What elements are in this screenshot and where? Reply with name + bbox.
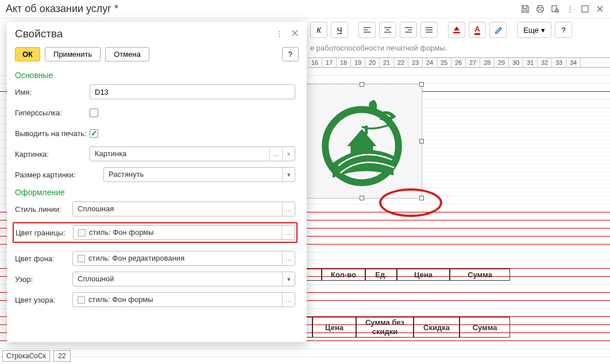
- ellipsis-icon[interactable]: …: [282, 202, 295, 216]
- print-checkbox[interactable]: [90, 129, 98, 138]
- clear-format-button[interactable]: [489, 22, 507, 38]
- ruler-col[interactable]: 18: [337, 58, 351, 67]
- ruler-col[interactable]: 23: [408, 58, 423, 67]
- more-button[interactable]: Еще▾: [517, 22, 551, 38]
- font-color-button[interactable]: А: [469, 22, 486, 38]
- pattern-combo[interactable]: Сплошной ▾: [72, 272, 295, 286]
- ruler-col[interactable]: 34: [566, 58, 581, 67]
- svg-rect-3: [581, 6, 588, 12]
- color-swatch-icon: [78, 255, 85, 262]
- ruler-col[interactable]: 21: [380, 58, 394, 67]
- ruler-col[interactable]: 28: [480, 58, 495, 67]
- chevron-down-icon[interactable]: ▾: [282, 272, 295, 286]
- ruler-col[interactable]: 33: [552, 58, 566, 67]
- ruler-col[interactable]: 16: [308, 58, 322, 67]
- picture-combo[interactable]: Картинка … ×: [90, 146, 295, 161]
- bordercolor-combo[interactable]: стиль: Фон формы …: [73, 225, 295, 240]
- name-label: Имя:: [15, 88, 90, 96]
- print-icon[interactable]: [535, 5, 545, 14]
- color-swatch-icon: [78, 229, 86, 237]
- name-input[interactable]: [90, 84, 295, 99]
- ruler-col[interactable]: 25: [437, 58, 451, 67]
- align-center-button[interactable]: [379, 22, 396, 38]
- hyperlink-label: Гиперссылка:: [15, 109, 90, 117]
- th2-sum: Сумма: [460, 317, 510, 338]
- svg-line-2: [558, 11, 559, 13]
- linestyle-value: Сплошная: [73, 202, 282, 216]
- svg-marker-8: [348, 129, 377, 154]
- chevron-down-icon[interactable]: ▾: [282, 168, 295, 181]
- row-label: СтрокаСоСк: [2, 350, 50, 362]
- ruler-col[interactable]: 30: [509, 58, 523, 67]
- ruler-col[interactable]: 29: [495, 58, 509, 67]
- bordercolor-value: стиль: Фон формы: [74, 226, 281, 239]
- ruler-col[interactable]: 31: [523, 58, 538, 67]
- ruler-col[interactable]: 19: [351, 58, 365, 67]
- help-button[interactable]: ?: [555, 22, 572, 38]
- dialog-body: Основные Имя: Гиперссылка: Выводить на п…: [7, 67, 307, 342]
- bgcolor-label: Цвет фона:: [15, 254, 72, 263]
- clear-icon[interactable]: ×: [282, 147, 295, 161]
- ellipsis-icon[interactable]: …: [281, 226, 294, 239]
- fill-color-button[interactable]: [448, 22, 465, 38]
- ruler-col[interactable]: 22: [394, 58, 408, 67]
- picture-value: Картинка: [90, 147, 269, 161]
- cancel-button[interactable]: Отмена: [105, 47, 149, 61]
- th-unit: Ед.: [365, 269, 397, 281]
- italic-button[interactable]: К: [310, 22, 327, 38]
- save-icon[interactable]: [520, 5, 530, 14]
- ok-button[interactable]: ОК: [15, 47, 40, 61]
- th2-price: Цена: [312, 317, 356, 338]
- svg-rect-6: [453, 32, 460, 33]
- window-controls: ⋮: [520, 5, 604, 14]
- picsize-label: Размер картинки:: [15, 171, 90, 179]
- linestyle-combo[interactable]: Сплошная …: [72, 202, 295, 216]
- column-ruler: 16171819202122232425262728293031323334: [308, 57, 610, 68]
- patterncolor-value: стиль: Фон формы: [73, 293, 282, 307]
- sheet-row[interactable]: [0, 341, 610, 349]
- picture-label: Картинка:: [15, 150, 90, 158]
- more-icon[interactable]: ⋮: [565, 5, 574, 14]
- patterncolor-combo[interactable]: стиль: Фон формы …: [72, 292, 295, 307]
- maximize-icon[interactable]: [580, 5, 589, 14]
- align-right-button[interactable]: [400, 22, 417, 38]
- bottom-status: СтрокаСоСк 22: [2, 350, 71, 362]
- close-icon[interactable]: [595, 5, 604, 14]
- th2-discount: Скидка: [414, 317, 460, 338]
- underline-button[interactable]: Ч: [331, 22, 348, 38]
- dialog-close-icon[interactable]: [291, 29, 299, 38]
- bordercolor-label: Цвет границы:: [16, 229, 73, 237]
- dialog-toolbar: ОК Применить Отмена ?: [7, 45, 307, 67]
- bgcolor-combo[interactable]: стиль: Фон редактирования …: [72, 251, 295, 266]
- ellipsis-icon[interactable]: …: [282, 293, 295, 307]
- ruler-col[interactable]: 32: [538, 58, 552, 67]
- hyperlink-checkbox[interactable]: [90, 109, 98, 117]
- highlighted-field: Цвет границы: стиль: Фон формы …: [13, 222, 298, 243]
- dialog-more-icon[interactable]: ⋮: [276, 29, 283, 38]
- chevron-down-icon: ▾: [541, 26, 545, 34]
- section-main: Основные: [15, 71, 295, 80]
- color-swatch-icon: [78, 296, 85, 304]
- pattern-label: Узор:: [15, 275, 72, 284]
- window-titlebar: Акт об оказании услуг * ⋮: [0, 0, 610, 18]
- preview-icon[interactable]: [550, 5, 559, 14]
- align-left-button[interactable]: [358, 22, 376, 38]
- sheet-row[interactable]: [0, 349, 610, 357]
- align-justify-button[interactable]: [420, 22, 438, 38]
- ruler-col[interactable]: 26: [451, 58, 466, 67]
- ellipsis-icon[interactable]: …: [269, 147, 282, 161]
- ellipsis-icon[interactable]: …: [282, 251, 295, 265]
- section-appearance: Оформление: [15, 188, 295, 197]
- dialog-help-button[interactable]: ?: [282, 47, 299, 61]
- ruler-col[interactable]: 27: [466, 58, 480, 67]
- company-logo-icon: [313, 92, 411, 190]
- ruler-col[interactable]: 20: [365, 58, 380, 67]
- ruler-col[interactable]: 24: [423, 58, 437, 67]
- ruler-col[interactable]: 17: [322, 58, 337, 67]
- apply-button[interactable]: Применить: [45, 47, 101, 61]
- properties-dialog: Свойства ⋮ ОК Применить Отмена ? Основны…: [7, 22, 307, 342]
- image-cell[interactable]: [302, 84, 422, 199]
- patterncolor-label: Цвет узора:: [15, 296, 72, 304]
- picsize-combo[interactable]: Растянуть ▾: [103, 167, 295, 182]
- dialog-title: Свойства: [15, 28, 63, 40]
